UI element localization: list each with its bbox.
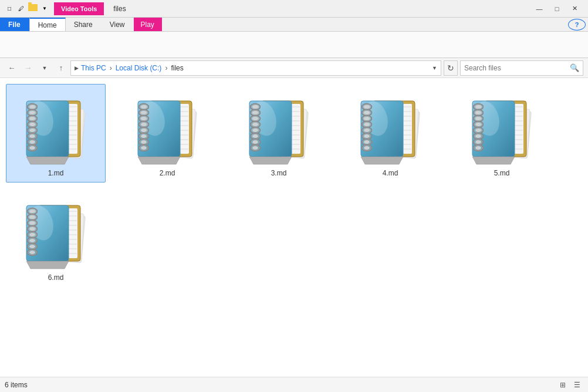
svg-point-113 xyxy=(141,123,147,126)
svg-point-49 xyxy=(29,123,35,126)
svg-point-107 xyxy=(141,111,147,114)
tab-view[interactable]: View xyxy=(102,18,134,31)
file-item[interactable]: 4.md xyxy=(340,84,440,183)
item-count: 6 items xyxy=(5,381,28,389)
svg-point-302 xyxy=(475,117,481,120)
file-item[interactable]: 2.md xyxy=(117,84,217,183)
svg-point-168 xyxy=(252,105,258,109)
ribbon-content xyxy=(0,32,588,58)
file-icon xyxy=(352,89,428,165)
svg-point-296 xyxy=(475,105,481,109)
svg-point-241 xyxy=(364,123,370,126)
back-button[interactable]: ← xyxy=(5,61,19,75)
svg-point-238 xyxy=(364,117,370,120)
file-item[interactable]: 6.md xyxy=(6,188,106,287)
file-item-label: 1.md xyxy=(48,169,64,177)
svg-point-177 xyxy=(252,123,258,126)
svg-point-299 xyxy=(475,111,481,114)
svg-point-244 xyxy=(364,129,370,132)
maximize-button[interactable]: □ xyxy=(548,3,566,15)
tab-share[interactable]: Share xyxy=(66,18,102,31)
file-item-label: 4.md xyxy=(383,169,398,177)
svg-point-253 xyxy=(364,146,370,150)
large-icons-view-button[interactable]: ⊞ xyxy=(556,379,569,391)
address-bar: ← → ▼ ↑ ▶ This PC › Local Disk (C:) › fi… xyxy=(0,58,588,78)
file-icon xyxy=(18,194,94,270)
svg-point-58 xyxy=(29,140,35,144)
close-button[interactable]: ✕ xyxy=(566,3,583,15)
svg-point-311 xyxy=(475,134,481,138)
address-chevron: ▶ xyxy=(75,65,79,71)
svg-marker-254 xyxy=(361,157,403,164)
svg-point-171 xyxy=(252,111,258,114)
file-item[interactable]: 3.md xyxy=(229,84,329,183)
ribbon-tabs: File Home Share View Play ? xyxy=(0,18,588,32)
search-box[interactable]: 🔍 xyxy=(460,60,583,76)
svg-point-174 xyxy=(252,117,258,120)
forward-button[interactable]: → xyxy=(21,61,35,75)
svg-point-247 xyxy=(364,134,370,138)
tab-home[interactable]: Home xyxy=(29,18,66,31)
svg-marker-382 xyxy=(26,261,69,269)
new-item-icon: □ xyxy=(5,4,14,13)
tab-play[interactable]: Play xyxy=(134,18,162,31)
up-button[interactable]: ↑ xyxy=(54,61,68,75)
svg-point-104 xyxy=(141,105,147,109)
breadcrumb-sep-2: › xyxy=(165,64,167,72)
status-bar: 6 items ⊞ ☰ xyxy=(0,377,588,392)
svg-point-305 xyxy=(475,123,481,126)
tab-file[interactable]: File xyxy=(0,18,29,31)
svg-point-375 xyxy=(29,239,35,242)
svg-point-366 xyxy=(29,221,35,225)
file-item-label: 3.md xyxy=(271,169,287,177)
minimize-button[interactable]: — xyxy=(530,3,548,15)
svg-point-116 xyxy=(141,129,147,132)
file-list: 1.md xyxy=(0,78,588,377)
svg-point-180 xyxy=(252,129,258,132)
search-icon[interactable]: 🔍 xyxy=(570,63,579,72)
svg-point-52 xyxy=(29,129,35,132)
svg-point-183 xyxy=(252,134,258,138)
help-button[interactable]: ? xyxy=(568,19,586,31)
svg-point-314 xyxy=(475,140,481,144)
svg-point-372 xyxy=(29,233,35,236)
search-input[interactable] xyxy=(464,64,567,72)
svg-marker-318 xyxy=(472,157,515,164)
view-controls: ⊞ ☰ xyxy=(556,379,583,391)
breadcrumb-files: files xyxy=(171,64,183,72)
svg-point-360 xyxy=(29,209,35,213)
dropdown-icon: ▼ xyxy=(40,4,49,13)
address-expand-icon[interactable]: ▼ xyxy=(432,65,437,71)
file-item-label: 2.md xyxy=(160,169,175,177)
svg-point-189 xyxy=(252,146,258,150)
list-view-button[interactable]: ☰ xyxy=(570,379,583,391)
file-item-label: 5.md xyxy=(494,169,510,177)
svg-point-363 xyxy=(29,215,35,219)
properties-icon: 🖊 xyxy=(16,4,26,13)
svg-marker-62 xyxy=(26,157,69,164)
svg-point-186 xyxy=(252,140,258,144)
svg-point-119 xyxy=(141,134,147,138)
dropdown-nav-button[interactable]: ▼ xyxy=(38,61,52,75)
breadcrumb-local-disk[interactable]: Local Disk (C:) xyxy=(116,64,162,72)
video-tools-tab[interactable]: Video Tools xyxy=(54,2,104,15)
svg-point-55 xyxy=(29,134,35,138)
file-item[interactable]: 5.md xyxy=(452,84,552,183)
breadcrumb-this-pc[interactable]: This PC xyxy=(81,64,106,72)
svg-point-125 xyxy=(141,146,147,150)
svg-point-378 xyxy=(29,245,35,248)
ribbon: File Home Share View Play ? xyxy=(0,18,588,58)
svg-point-46 xyxy=(29,117,35,120)
svg-point-40 xyxy=(29,105,35,109)
file-icon xyxy=(241,89,317,165)
file-item[interactable]: 1.md xyxy=(6,84,106,183)
file-icon xyxy=(129,89,205,165)
breadcrumb-sep-1: › xyxy=(110,64,112,72)
svg-point-369 xyxy=(29,227,35,231)
window-controls: — □ ✕ xyxy=(530,3,583,15)
refresh-button[interactable]: ↻ xyxy=(444,60,458,76)
title-bar-icons: □ 🖊 ▼ xyxy=(5,4,49,13)
address-box[interactable]: ▶ This PC › Local Disk (C:) › files ▼ xyxy=(70,60,441,76)
svg-point-122 xyxy=(141,140,147,144)
svg-point-61 xyxy=(29,146,35,150)
